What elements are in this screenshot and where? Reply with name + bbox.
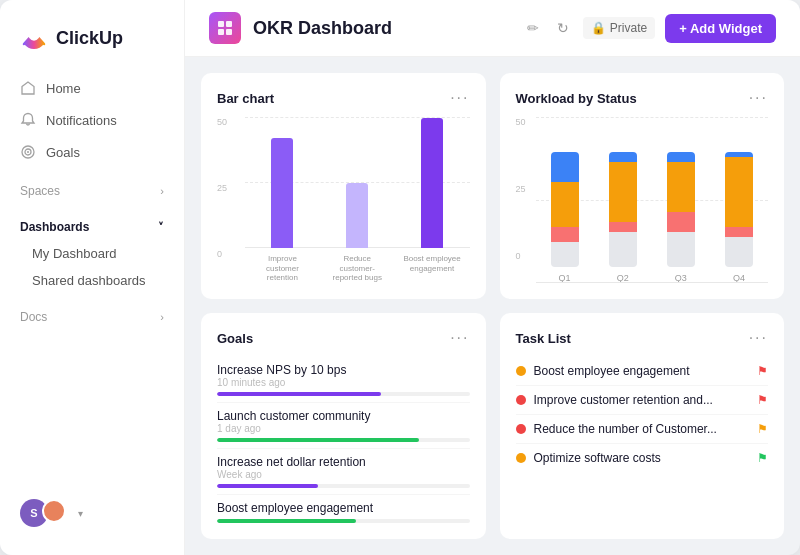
task-flag-1: ⚑	[757, 393, 768, 407]
q3-seg3	[667, 212, 695, 232]
bar-chart-menu[interactable]: ···	[450, 89, 469, 107]
home-icon	[20, 80, 36, 96]
y-label-0: 0	[217, 249, 227, 259]
goal-item-2: Increase net dollar retention Week ago	[217, 449, 470, 495]
q3-seg1	[667, 152, 695, 162]
task-list-title: Task List	[516, 331, 571, 346]
sidebar-item-my-dashboard[interactable]: My Dashboard	[0, 240, 184, 267]
bar-chart-header: Bar chart ···	[217, 89, 470, 107]
task-item-3: Optimize software costs ⚑	[516, 444, 769, 472]
task-item-2: Reduce the number of Customer... ⚑	[516, 415, 769, 444]
task-list-card: Task List ··· Boost employee engagement …	[500, 313, 785, 539]
task-item-0: Boost employee engagement ⚑	[516, 357, 769, 386]
page-title: OKR Dashboard	[253, 18, 392, 39]
task-flag-2: ⚑	[757, 422, 768, 436]
q2-seg2	[609, 162, 637, 222]
q4-seg4	[725, 237, 753, 267]
bar-2	[421, 118, 443, 248]
q4-label: Q4	[733, 273, 745, 283]
svg-rect-3	[218, 21, 224, 27]
spaces-chevron-icon: ›	[160, 185, 164, 197]
task-item-1: Improve customer retention and... ⚑	[516, 386, 769, 415]
q2-seg3	[609, 222, 637, 232]
header: OKR Dashboard ✏ ↻ 🔒 Private + Add Widget	[185, 0, 800, 57]
bar-chart-card: Bar chart ··· 50 25 0	[201, 73, 486, 299]
sidebar-item-notifications[interactable]: Notifications	[0, 104, 184, 136]
goal-progress-2	[217, 484, 470, 488]
header-left: OKR Dashboard	[209, 12, 392, 44]
target-icon	[20, 144, 36, 160]
y-label-50: 50	[217, 117, 227, 127]
add-widget-button[interactable]: + Add Widget	[665, 14, 776, 43]
nav-section-docs[interactable]: Docs ›	[0, 294, 184, 330]
bar-group-2	[421, 118, 443, 248]
sidebar-label-notifications: Notifications	[46, 113, 117, 128]
q1-seg3	[551, 227, 579, 242]
q1-seg1	[551, 152, 579, 182]
task-left-1: Improve customer retention and...	[516, 393, 713, 407]
logo-text: ClickUp	[56, 28, 123, 49]
goals-menu[interactable]: ···	[450, 329, 469, 347]
q3-seg2	[667, 162, 695, 212]
q2-seg4	[609, 232, 637, 267]
main-area: OKR Dashboard ✏ ↻ 🔒 Private + Add Widget…	[185, 0, 800, 555]
wl-y-0: 0	[516, 251, 526, 261]
svg-rect-4	[226, 21, 232, 27]
goal-item-1: Launch customer community 1 day ago	[217, 403, 470, 449]
bar-group-1	[346, 183, 368, 248]
task-left-0: Boost employee engagement	[516, 364, 690, 378]
task-list-header: Task List ···	[516, 329, 769, 347]
task-left-3: Optimize software costs	[516, 451, 661, 465]
workload-card: Workload by Status ··· 50 25 0	[500, 73, 785, 299]
bar-chart-title: Bar chart	[217, 91, 274, 106]
task-dot-2	[516, 424, 526, 434]
q4-seg3	[725, 227, 753, 237]
goal-fill-1	[217, 438, 419, 442]
task-dot-3	[516, 453, 526, 463]
workload-header: Workload by Status ···	[516, 89, 769, 107]
bell-icon	[20, 112, 36, 128]
sidebar-label-goals: Goals	[46, 145, 80, 160]
goal-fill-2	[217, 484, 318, 488]
workload-menu[interactable]: ···	[749, 89, 768, 107]
bar-label-1: Reduce customer-reported bugs	[327, 254, 387, 283]
nav-items: Home Notifications Goals Spaces ›	[0, 72, 184, 487]
nav-section-spaces[interactable]: Spaces ›	[0, 168, 184, 204]
nav-section-dashboards[interactable]: Dashboards ˅	[0, 204, 184, 240]
bar-group-0	[271, 138, 293, 248]
task-flag-0: ⚑	[757, 364, 768, 378]
y-label-25: 25	[217, 183, 227, 193]
bar-1	[346, 183, 368, 248]
docs-chevron-icon: ›	[160, 311, 164, 323]
dashboard-content: Bar chart ··· 50 25 0	[185, 57, 800, 555]
app-container: ClickUp Home Notifications	[0, 0, 800, 555]
task-dot-0	[516, 366, 526, 376]
bar-label-2: Boost employee engagement	[402, 254, 462, 283]
q2-label: Q2	[617, 273, 629, 283]
task-flag-3: ⚑	[757, 451, 768, 465]
sidebar: ClickUp Home Notifications	[0, 0, 185, 555]
goal-progress-1	[217, 438, 470, 442]
edit-button[interactable]: ✏	[523, 16, 543, 40]
q3-seg4	[667, 232, 695, 267]
goals-header: Goals ···	[217, 329, 470, 347]
wl-y-50: 50	[516, 117, 526, 127]
logo-area: ClickUp	[0, 16, 184, 72]
bar-label-0: Improve customer retention	[252, 254, 312, 283]
sidebar-item-home[interactable]: Home	[0, 72, 184, 104]
svg-rect-6	[226, 29, 232, 35]
task-list-menu[interactable]: ···	[749, 329, 768, 347]
dashboard-icon	[209, 12, 241, 44]
sidebar-item-shared-dashboards[interactable]: Shared dashboards	[0, 267, 184, 294]
private-badge: 🔒 Private	[583, 17, 655, 39]
goals-card: Goals ··· Increase NPS by 10 bps 10 minu…	[201, 313, 486, 539]
header-right: ✏ ↻ 🔒 Private + Add Widget	[523, 14, 776, 43]
goal-item-0: Increase NPS by 10 bps 10 minutes ago	[217, 357, 470, 403]
sidebar-label-home: Home	[46, 81, 81, 96]
refresh-button[interactable]: ↻	[553, 16, 573, 40]
goals-list: Increase NPS by 10 bps 10 minutes ago La…	[217, 357, 470, 523]
sidebar-item-goals[interactable]: Goals	[0, 136, 184, 168]
goal-progress-0	[217, 392, 470, 396]
q4-seg2	[725, 157, 753, 227]
q1-label: Q1	[559, 273, 571, 283]
